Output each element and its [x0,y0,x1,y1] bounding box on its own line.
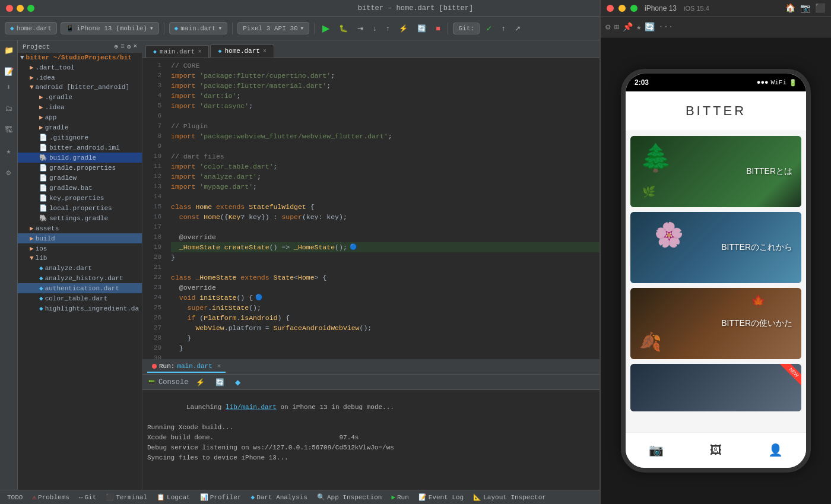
sidebar-icon-build-variants[interactable]: ⚙ [2,166,16,180]
tree-item-build-gradle[interactable]: 🐘 build.gradle [18,153,142,163]
app-card-3[interactable]: 🍂 🍁 BITTERの使いかた [630,288,801,359]
main-dart-close[interactable]: × [198,49,201,55]
collapse-icon[interactable]: ≡ [120,43,125,50]
terminal-item[interactable]: ⬛ Terminal [103,492,150,502]
tree-item-gradlew-bat[interactable]: 📄 gradlew.bat [18,183,142,193]
tree-item-local-props[interactable]: 📄 local.properties [18,203,142,213]
device-tab[interactable]: 📱 iPhone 13 (mobile) ▾ [61,22,158,34]
sim-screenshot-icon[interactable]: 📷 [800,3,810,13]
dart-dev-button[interactable]: ◆ [232,377,243,388]
tree-item-dart-tool[interactable]: ▶ .dart_tool [18,62,142,72]
run-button[interactable]: ▶ [319,21,332,35]
tree-item-lib[interactable]: ▼ lib [18,253,142,263]
git-update-button[interactable]: ↑ [499,23,508,34]
git-status-item[interactable]: ↔ Git [77,493,99,502]
tree-item-settings-gradle[interactable]: 🐘 settings.gradle [18,213,142,223]
sim-refresh-icon[interactable]: 🔄 [645,22,655,32]
sidebar-icon-resource-manager[interactable]: 🗂 [2,102,16,116]
debug-button[interactable]: 🐛 [336,23,351,34]
sidebar-icon-project[interactable]: 📁 [2,43,16,58]
problems-item[interactable]: ⚠ Problems [30,492,71,502]
sim-layout-icon[interactable]: ⊞ [614,22,619,32]
sync-icon[interactable]: ⊕ [115,43,119,50]
hot-reload-button[interactable]: ⚡ [396,23,411,34]
tree-item-gradle-hidden[interactable]: ▶ .gradle [18,92,142,102]
logcat-item[interactable]: 📋 Logcat [154,492,193,502]
git-check-button[interactable]: ✓ [483,23,495,34]
hot-restart-button[interactable]: 🔄 [414,23,429,34]
app-inspection-item[interactable]: 🔍 App Inspection [315,492,384,502]
git-button[interactable]: Git: [453,23,479,34]
tree-item-key-props[interactable]: 📄 key.properties [18,193,142,203]
tree-item-assets[interactable]: ▶ assets [18,223,142,233]
tree-item-android[interactable]: ▼ android [bitter_android] [18,83,142,92]
project-file-tab[interactable]: ◆ home.dart [5,22,57,34]
minimize-button[interactable] [17,5,24,12]
event-log-item[interactable]: 📝 Event Log [416,492,466,502]
tree-item-gradle-props[interactable]: 📄 gradle.properties [18,163,142,173]
layout-inspector-item[interactable]: 📐 Layout Inspector [471,492,548,502]
sidebar-icon-commit[interactable]: 📝 [2,65,16,79]
tree-item-gradlew[interactable]: 📄 gradlew [18,173,142,183]
corner-badge: NEW [772,364,801,394]
settings-icon[interactable]: ⚙ [127,43,131,50]
tree-item-color-table[interactable]: ◆ color_table.dart [18,293,142,303]
nav-camera-icon[interactable]: 📷 [649,443,664,458]
main-dart-link[interactable]: lib/main.dart [226,404,277,411]
app-card-4[interactable]: NEW [630,364,801,411]
run-tab-close[interactable]: × [217,363,221,370]
sim-close-button[interactable] [607,5,614,12]
step-over-button[interactable]: ⇥ [354,23,366,34]
step-out-button[interactable]: ↑ [383,23,392,34]
sidebar-icon-structure[interactable]: 🏗 [2,123,16,137]
tree-item-app[interactable]: ▶ app [18,112,142,122]
tab-home-dart[interactable]: ◆ home.dart × [210,45,274,58]
tree-item-authentication[interactable]: ◆ authentication.dart [18,283,142,293]
dart-analysis-item[interactable]: ◆ Dart Analysis [249,492,310,502]
pixel-tab[interactable]: Pixel 3 API 30 ▾ [237,22,309,34]
tree-item-idea[interactable]: ▶ .idea [18,72,142,83]
app-card-1[interactable]: 🌲 🌿 BITTERとは [630,136,801,207]
project-label: Project [23,43,50,50]
tree-item-build[interactable]: ▶ build [18,233,142,243]
sim-settings-icon[interactable]: ⚙ [605,22,610,32]
tree-item-ios[interactable]: ▶ ios [18,243,142,253]
tab-main-dart[interactable]: ◆ main.dart × [145,45,209,58]
home-dart-close[interactable]: × [263,48,267,55]
tree-item-idea2[interactable]: ▶ .idea [18,102,142,112]
run-tab[interactable]: Run: main.dart × [147,361,226,373]
close-button[interactable] [6,5,13,12]
app-card-2[interactable]: 🌸 BITTERのこれから [630,212,801,283]
tree-item-gradle-folder[interactable]: ▶ gradle [18,122,142,132]
stop-button[interactable]: ■ [433,23,443,34]
close-icon[interactable]: × [133,43,137,50]
tree-root-item[interactable]: ▼ bitter ~/StudioProjects/bit [18,53,142,62]
tree-item-analyze[interactable]: ◆ analyze.dart [18,263,142,273]
console-tab[interactable]: 📟 Console [147,378,188,386]
tree-item-iml[interactable]: 📄 bitter_android.iml [18,142,142,153]
sim-more-icon[interactable]: ··· [658,22,673,31]
sim-min-button[interactable] [619,5,626,12]
sim-home-icon[interactable]: 🏠 [785,3,795,13]
tree-item-highlights[interactable]: ◆ highlights_ingredient.da [18,303,142,313]
git-push-button[interactable]: ↗ [512,23,524,34]
app-content[interactable]: BITTER 🌲 🌿 BITTERとは 🌸 B [626,91,806,432]
tree-item-gitignore[interactable]: 📄 .gitignore [18,132,142,142]
run-status-item[interactable]: ▶ Run [389,492,411,502]
hot-reload-console-button[interactable]: ⚡ [193,377,208,388]
sim-star-icon[interactable]: ★ [636,22,641,32]
sim-max-button[interactable] [630,5,637,12]
profiler-item[interactable]: 📊 Profiler [198,492,244,502]
sim-window-icon[interactable]: ⬛ [815,3,825,13]
nav-gallery-icon[interactable]: 🖼 [710,443,722,458]
tree-item-analyze-history[interactable]: ◆ analyze_history.dart [18,273,142,283]
sim-pin-icon[interactable]: 📌 [623,22,633,32]
sidebar-icon-pull-requests[interactable]: ⬇ [2,80,16,94]
todo-item[interactable]: TODO [5,493,25,502]
hot-restart-console-button[interactable]: 🔄 [212,377,227,388]
maximize-button[interactable] [27,5,34,12]
main-dart-tab[interactable]: ◆ main.dart ▾ [169,22,228,34]
sidebar-icon-favorites[interactable]: ★ [2,144,16,159]
step-into-button[interactable]: ↓ [370,23,379,34]
nav-profile-icon[interactable]: 👤 [768,443,783,458]
